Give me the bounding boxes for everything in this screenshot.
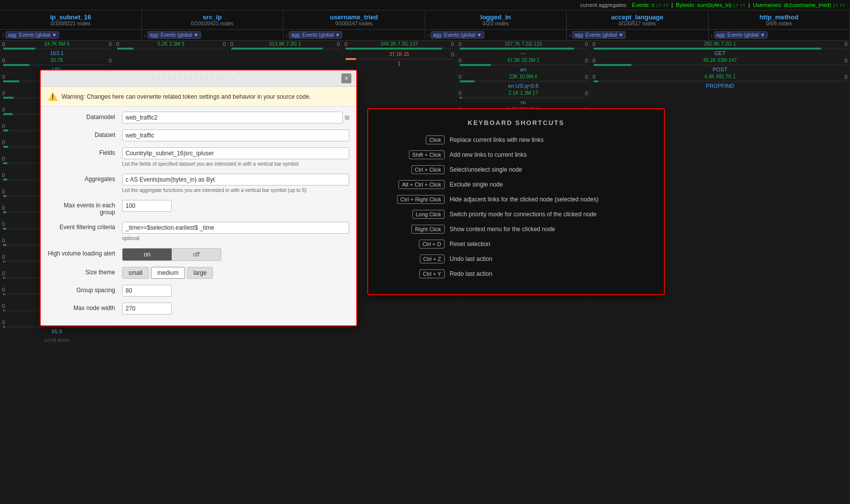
event-filter-input[interactable]: [122, 222, 349, 234]
aggregates-hint: List the aggregate functions you are int…: [122, 187, 349, 194]
size-theme-control: small medium large: [122, 267, 349, 279]
modal-titlebar: · · · · · · · · · · · · · · · · ×: [41, 70, 356, 87]
list-item[interactable]: 045.2K 63M 1470 POST: [590, 57, 850, 73]
toggle-off-button[interactable]: off: [172, 249, 221, 260]
modal-drag-handle: · · · · · · · · · · · · · · · ·: [46, 75, 341, 82]
col-header-username: username_tried 0/100/147 nodes: [283, 10, 425, 29]
shortcut-key-ctrl-right-click: Ctrl + Right Click: [380, 195, 445, 204]
col-header-src-ip: src_ip 0/100/20421 nodes: [142, 10, 284, 29]
form-row-high-volume: High volume loading alert on off: [48, 248, 349, 261]
size-medium-button[interactable]: medium: [151, 267, 185, 279]
list-item[interactable]: 05.2K 2.3M 30: [114, 41, 228, 51]
list-item[interactable]: 37.1K 150 1: [342, 51, 456, 67]
group-spacing-control: [122, 285, 349, 297]
agg-cell-3: ↓ agg: Events (global ▼: [425, 30, 567, 40]
list-item[interactable]: 0344.2K 7.3G 1370: [342, 41, 456, 51]
warning-text: Warning: Changes here can overwrite rela…: [62, 93, 311, 100]
kbd-ctrl-z: Ctrl + Z: [420, 254, 445, 263]
form-row-group-spacing: Group spacing: [48, 285, 349, 297]
fields-control: List the fields of specified dataset you…: [122, 147, 349, 168]
kbd-right-click: Right Click: [411, 225, 445, 234]
list-item[interactable]: 023K 10.9M 60 en US;q=0.8: [457, 73, 590, 90]
max-node-width-input[interactable]: [122, 303, 172, 315]
size-small-button[interactable]: small: [122, 267, 149, 279]
list-item[interactable]: 047.3K 20.2M 10 en: [457, 57, 590, 73]
events-agg: Events: c ↓↑ ↑↑: [632, 2, 670, 8]
size-large-button[interactable]: large: [187, 267, 213, 279]
col-header-logged-in: logged_in 0/2/2 nodes: [425, 10, 567, 29]
shortcut-row-ctrl-z: Ctrl + Z Undo last action: [380, 254, 652, 263]
shortcut-row-ctrl-y: Ctrl + Y Redo last action: [380, 269, 652, 278]
kbd-long-click: Long Click: [412, 210, 445, 219]
shortcut-desc-ctrl-z: Undo last action: [450, 255, 492, 262]
datamodel-control: ⧉: [122, 112, 349, 124]
shortcut-key-ctrl-z: Ctrl + Z: [380, 254, 445, 263]
agg-cell-4: ↓ agg: Events (global ▼: [567, 30, 709, 40]
agg-cell-5: ↓ agg: Events (global ▼: [709, 30, 850, 40]
kbd-ctrl-d: Ctrl + D: [419, 240, 445, 249]
kbd-shift-click: Shift + Click: [409, 150, 445, 159]
shortcut-key-ctrl-d: Ctrl + D: [380, 240, 445, 249]
list-item[interactable]: 02.1K 1.3M 170 ru: [457, 90, 590, 106]
size-group: small medium large: [122, 267, 349, 279]
datamodel-label: Datamodel: [48, 112, 122, 121]
shortcut-key-shift-click: Shift + Click: [380, 150, 445, 159]
shortcut-desc-long-click: Switch priority mode for connections of …: [450, 211, 596, 218]
form-row-size-theme: Size theme small medium large: [48, 267, 349, 279]
shortcut-key-long-click: Long Click: [380, 210, 445, 219]
agg-row: ↓ agg: Events (global ▼ ↓ agg: Events (g…: [0, 30, 850, 41]
shortcut-row-ctrl-right-click: Ctrl + Right Click Hide adjacent links f…: [380, 195, 652, 204]
high-volume-control: on off: [122, 248, 349, 261]
shortcut-key-ctrl-click: Ctrl + Click: [380, 165, 445, 174]
max-node-width-label: Max node width: [48, 303, 122, 312]
agg-cell-0: ↓ agg: Events (global ▼: [0, 30, 142, 40]
datamodel-input[interactable]: [122, 112, 343, 124]
list-item[interactable]: 0292.9K 7.2G 10 GET: [590, 41, 850, 57]
dataset-label: Dataset: [48, 129, 122, 138]
form-row-fields: Fields List the fields of specified data…: [48, 147, 349, 168]
high-volume-label: High volume loading alert: [48, 248, 122, 257]
kbd-alt-ctrl-click: Alt + Ctrl + Click: [398, 180, 445, 189]
aggregates-label: current aggregates:: [580, 2, 627, 8]
shortcut-key-click: Click: [380, 135, 445, 144]
dataset-input[interactable]: [122, 129, 349, 141]
fields-hint: List the fields of specified dataset you…: [122, 161, 349, 168]
shortcut-desc-alt-ctrl-click: Exclude single node: [450, 181, 503, 188]
shortcut-desc-ctrl-click: Select/unselect single node: [450, 166, 522, 173]
form-row-dataset: Dataset: [48, 129, 349, 141]
shortcut-desc-ctrl-d: Reset selection: [450, 241, 490, 248]
fields-input[interactable]: [122, 147, 349, 159]
list-item[interactable]: 0313.9K 7.3G 10: [228, 41, 342, 51]
shortcut-row-shift-click: Shift + Click Add new links to current l…: [380, 150, 652, 159]
kbd-ctrl-click: Ctrl + Click: [411, 165, 445, 174]
fields-label: Fields: [48, 147, 122, 156]
list-item[interactable]: 0167.7K 7.2G 1150 ---: [457, 41, 590, 57]
shortcut-row-alt-ctrl-click: Alt + Ctrl + Click Exclude single node: [380, 180, 652, 189]
aggregates-input[interactable]: [122, 174, 349, 186]
kbd-ctrl-y: Ctrl + Y: [419, 269, 445, 278]
aggregates-control: List the aggregate functions you are int…: [122, 174, 349, 194]
scroll-down-label: scroll down: [0, 335, 114, 345]
modal-close-button[interactable]: ×: [341, 73, 351, 83]
size-theme-label: Size theme: [48, 267, 122, 276]
event-filter-placeholder: optional: [122, 235, 349, 242]
drag-dots-icon: · · · · · · · · · · · · · · · ·: [152, 75, 234, 82]
list-item[interactable]: 04.4K 491.7K 10 PROPFIND: [590, 73, 850, 90]
column-headers: ip_subnet_16 0/100/8221 nodes src_ip 0/1…: [0, 10, 850, 30]
list-item[interactable]: 024.7K 8M 60 163.1: [0, 41, 114, 57]
max-events-input[interactable]: [122, 200, 172, 212]
shortcut-row-right-click: Right Click Show context menu for the cl…: [380, 225, 652, 234]
bytes-agg: BytesIn: sum(bytes_in) ↓↑ ↑↑: [676, 2, 747, 8]
shortcut-row-click: Click Replace current links with new lin…: [380, 135, 652, 144]
shortcut-row-ctrl-click: Ctrl + Click Select/unselect single node: [380, 165, 652, 174]
shortcut-row-long-click: Long Click Switch priority mode for conn…: [380, 210, 652, 219]
shortcut-desc-ctrl-y: Redo last action: [450, 270, 492, 277]
dataset-control: [122, 129, 349, 141]
toggle-group: on off: [122, 248, 221, 261]
agg-cell-1: ↓ agg: Events (global ▼: [142, 30, 284, 40]
shortcuts-modal: KEYBOARD SHORTCUTS Click Replace current…: [367, 108, 665, 295]
modal-body: Datamodel ⧉ Dataset Fields List the fiel…: [41, 107, 356, 325]
group-spacing-input[interactable]: [122, 285, 172, 297]
toggle-on-button[interactable]: on: [123, 249, 172, 260]
shortcut-desc-right-click: Show context menu for the clicked node: [450, 226, 555, 233]
